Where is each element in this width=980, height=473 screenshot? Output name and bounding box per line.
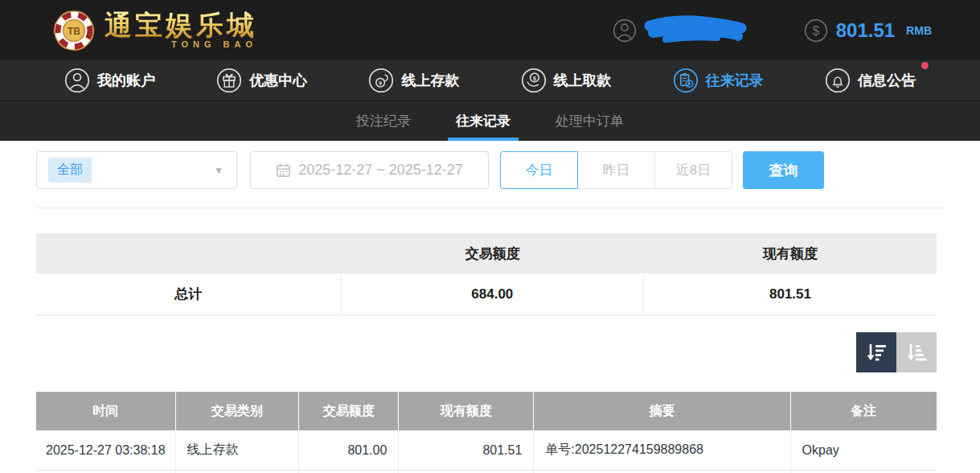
- gift-icon: [216, 68, 242, 93]
- summary-total-label: 总计: [36, 274, 342, 315]
- quick-range-today[interactable]: 今日: [500, 151, 578, 189]
- col-summary: 摘要: [534, 392, 790, 430]
- nav-item-withdraw[interactable]: $ 线上取款: [521, 68, 612, 93]
- cell-note: Okpay: [791, 430, 937, 470]
- records-table: 时间 交易类别 交易额度 现有额度 摘要 备注 2025-12-27 03:38…: [36, 392, 937, 473]
- user-icon: [64, 68, 90, 93]
- notification-dot: [921, 62, 929, 69]
- quick-range-group: 今日 昨日 近8日: [500, 151, 732, 189]
- poker-chip-icon: TB: [53, 10, 95, 51]
- nav-label: 往来记录: [706, 71, 764, 90]
- withdraw-hand-coin-icon: $: [521, 68, 547, 93]
- deposit-hand-coin-icon: ¥: [368, 68, 394, 93]
- summary-col-empty: [36, 233, 342, 274]
- nav-item-my-account[interactable]: 我的账户: [64, 68, 155, 93]
- svg-text:$: $: [532, 75, 536, 82]
- col-current-balance: 现有额度: [399, 392, 534, 430]
- sort-descending-icon: [864, 340, 888, 364]
- sort-ascending-button[interactable]: [896, 332, 937, 372]
- brand-name-cn: 通宝娱乐城: [105, 11, 257, 39]
- records-clipboard-clock-icon: [673, 68, 699, 93]
- nav-label: 信息公告: [858, 71, 916, 90]
- quick-range-yesterday[interactable]: 昨日: [577, 151, 655, 189]
- cell-type: 线上存款: [176, 430, 299, 470]
- dollar-circle-icon: $: [804, 19, 828, 43]
- chevron-down-icon: ▼: [214, 165, 223, 176]
- nav-label: 我的账户: [97, 71, 155, 90]
- summary-total-row: 总计 684.00 801.51: [36, 274, 937, 315]
- quick-range-last8days[interactable]: 近8日: [654, 151, 732, 189]
- sort-controls: [0, 332, 937, 372]
- nav-label: 优惠中心: [249, 71, 307, 90]
- summary-col-transaction-amount: 交易额度: [342, 233, 644, 274]
- cell-time: 2025-12-27 03:38:18: [36, 430, 176, 470]
- account-username[interactable]: [613, 13, 748, 48]
- date-range-value: 2025-12-27 ~ 2025-12-27: [298, 162, 463, 179]
- nav-label: 线上存款: [401, 71, 459, 90]
- sort-descending-button[interactable]: [856, 332, 896, 372]
- top-header: TB 通宝娱乐城 TONG BAO $: [0, 0, 980, 60]
- brand-name-en: TONG BAO: [171, 40, 257, 49]
- nav-item-announcements[interactable]: 信息公告: [825, 68, 916, 93]
- nav-item-deposit[interactable]: ¥ 线上存款: [368, 68, 459, 93]
- svg-text:$: $: [812, 23, 819, 37]
- calendar-icon: [276, 162, 291, 178]
- nav-label: 线上取款: [554, 71, 612, 90]
- records-table-header: 时间 交易类别 交易额度 现有额度 摘要 备注: [36, 392, 937, 430]
- filter-row: 全部 ▼ 2025-12-27 ~ 2025-12-27 今日 昨日 近8日 查…: [36, 151, 980, 189]
- query-button[interactable]: 查询: [743, 151, 824, 189]
- col-time: 时间: [36, 392, 176, 430]
- table-row: 2025-12-27 03:38:18 线上存款 801.00 801.51 单…: [36, 430, 937, 471]
- tab-transaction-records[interactable]: 往来记录: [453, 101, 514, 141]
- col-transaction-amount: 交易额度: [299, 392, 399, 430]
- cell-current-balance: 801.51: [399, 430, 534, 470]
- summary-col-current-balance: 现有额度: [644, 233, 937, 274]
- type-filter-select[interactable]: 全部 ▼: [36, 151, 237, 189]
- balance-amount: 801.51: [836, 19, 895, 42]
- balance-currency: RMB: [906, 24, 932, 37]
- summary-total-current-balance: 801.51: [644, 274, 937, 315]
- tab-betting-records[interactable]: 投注纪录: [353, 101, 414, 141]
- summary-table: 交易额度 现有额度 总计 684.00 801.51: [36, 233, 937, 315]
- col-note: 备注: [791, 392, 937, 430]
- nav-item-transaction-records[interactable]: 往来记录: [673, 68, 764, 93]
- sub-nav: 投注纪录 往来记录 处理中订单: [0, 101, 980, 141]
- nav-item-promotions[interactable]: 优惠中心: [216, 68, 307, 93]
- tab-processing-orders[interactable]: 处理中订单: [552, 101, 627, 141]
- balance-display[interactable]: $ 801.51 RMB: [804, 19, 932, 43]
- user-circle-icon: [613, 19, 637, 43]
- main-nav: 我的账户 优惠中心 ¥ 线上存款 $ 线上取款: [0, 60, 980, 101]
- cell-summary: 单号:202512274159889868: [534, 430, 790, 470]
- selected-type-chip[interactable]: 全部: [48, 158, 92, 183]
- username-scribble-redaction: [643, 13, 748, 48]
- sort-ascending-icon: [904, 340, 929, 364]
- bell-icon: [825, 68, 851, 93]
- col-type: 交易类别: [176, 392, 299, 430]
- svg-text:¥: ¥: [379, 80, 383, 87]
- section-divider: [36, 208, 944, 208]
- svg-text:TB: TB: [68, 26, 80, 37]
- summary-table-header: 交易额度 现有额度: [36, 233, 937, 274]
- summary-total-transaction-amount: 684.00: [342, 274, 644, 315]
- cell-transaction-amount: 801.00: [299, 430, 399, 470]
- date-range-input[interactable]: 2025-12-27 ~ 2025-12-27: [250, 151, 489, 189]
- brand-logo[interactable]: TB 通宝娱乐城 TONG BAO: [53, 10, 257, 51]
